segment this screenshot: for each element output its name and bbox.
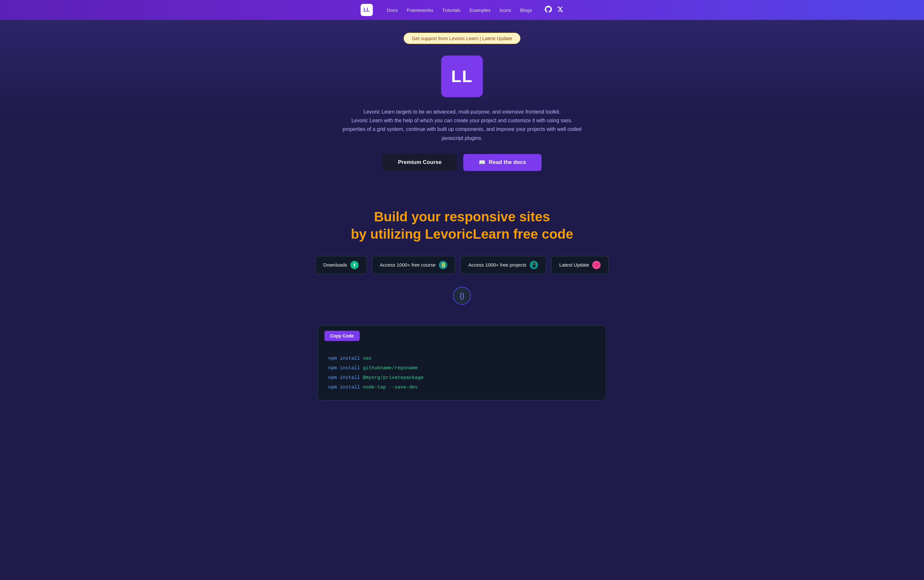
downloads-icon: ⬆ — [350, 261, 359, 269]
latest-update-icon: 💗 — [592, 261, 601, 269]
latest-update-label: Latest Update — [559, 262, 589, 267]
twitter-x-icon[interactable] — [557, 6, 563, 14]
build-title-line1: Build your responsive sites — [374, 209, 550, 224]
premium-course-button[interactable]: Premium Course — [382, 154, 457, 171]
code-section: Copy Code npm install sax npm install gi… — [0, 325, 924, 420]
hero-section: Get support from Levoric Learn | Latest … — [0, 20, 924, 190]
code-braces-icon: {} — [460, 292, 464, 300]
code-pkg-2: githubname/reponame — [363, 366, 418, 371]
nav-link-blogs[interactable]: Blogs — [520, 7, 532, 13]
code-line-4: npm install node-tap --save-dev — [328, 383, 596, 392]
code-line-1: npm install sax — [328, 354, 596, 364]
hero-buttons: Premium Course 📖 Read the docs — [382, 154, 541, 171]
downloads-label: Downloads — [323, 262, 347, 267]
free-projects-icon: 📱 — [530, 261, 538, 269]
code-container: Copy Code npm install sax npm install gi… — [318, 325, 606, 400]
code-pkg-4: node-tap --save-dev — [363, 385, 418, 390]
code-cmd-3: npm install — [328, 375, 360, 381]
nav-link-docs[interactable]: Docs — [387, 7, 398, 13]
code-icon-circle: {} — [453, 287, 471, 305]
code-line-2: npm install githubname/reponame — [328, 364, 596, 373]
hero-desc-line2: Levoric Learn with the help of which you… — [351, 118, 572, 123]
nav-link-tutorials[interactable]: Tutorials — [442, 7, 460, 13]
code-cmd-4: npm install — [328, 385, 360, 390]
nav-link-frameworks[interactable]: Frameworks — [407, 7, 433, 13]
hero-badge[interactable]: Get support from Levoric Learn | Latest … — [404, 33, 520, 44]
free-course-label: Access 1000+ free course — [380, 262, 436, 267]
github-icon[interactable] — [545, 6, 552, 15]
navbar-social-icons — [545, 6, 563, 15]
hero-desc-line1: Levoric Learn targets to be an advanced,… — [364, 109, 560, 115]
hero-desc-line3: properties of a grid system, continue wi… — [343, 126, 581, 140]
free-course-icon: 📗 — [439, 261, 447, 269]
navbar-links: Docs Frameworks Tutorials Examples Icons… — [387, 7, 532, 13]
code-pkg-3: @myorg/privatepackage — [363, 375, 423, 381]
code-cmd-2: npm install — [328, 366, 360, 371]
read-docs-button[interactable]: 📖 Read the docs — [463, 154, 541, 171]
navbar-logo[interactable]: LL — [361, 4, 373, 16]
feature-buttons-group: Downloads ⬆ Access 1000+ free course 📗 A… — [315, 256, 609, 274]
nav-link-icons[interactable]: Icons — [499, 7, 511, 13]
build-title-line2: by utilizing LevoricLearn free code — [351, 226, 573, 242]
code-header: Copy Code — [318, 326, 606, 346]
downloads-button[interactable]: Downloads ⬆ — [315, 256, 367, 274]
code-pkg-1: sax — [363, 356, 372, 361]
build-title: Build your responsive sites by utilizing… — [351, 208, 573, 243]
code-cmd-1: npm install — [328, 356, 360, 361]
latest-update-button[interactable]: Latest Update 💗 — [551, 256, 609, 274]
free-projects-button[interactable]: Access 1000+ free projects 📱 — [460, 256, 546, 274]
hero-description: Levoric Learn targets to be an advanced,… — [337, 107, 587, 142]
copy-code-button[interactable]: Copy Code — [324, 331, 360, 341]
hero-logo: LL — [441, 56, 483, 97]
free-projects-label: Access 1000+ free projects — [468, 262, 527, 267]
book-icon: 📖 — [479, 159, 486, 166]
free-course-button[interactable]: Access 1000+ free course 📗 — [372, 256, 455, 274]
code-line-3: npm install @myorg/privatepackage — [328, 373, 596, 383]
navbar: LL Docs Frameworks Tutorials Examples Ic… — [0, 0, 924, 20]
build-section: Build your responsive sites by utilizing… — [0, 190, 924, 325]
code-body: npm install sax npm install githubname/r… — [318, 346, 606, 400]
nav-link-examples[interactable]: Examples — [469, 7, 491, 13]
read-docs-label: Read the docs — [489, 159, 526, 166]
